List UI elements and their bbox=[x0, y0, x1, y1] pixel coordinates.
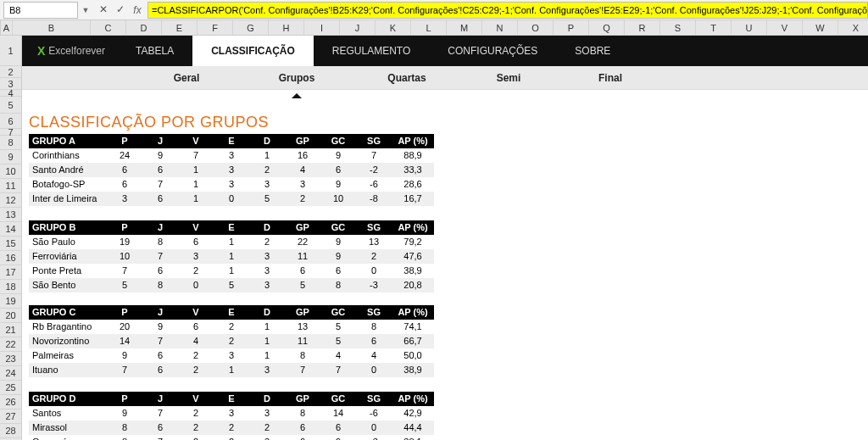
nav-tab[interactable]: TABELA bbox=[117, 36, 192, 66]
row-header[interactable]: 19 bbox=[0, 294, 21, 309]
row-header[interactable]: 14 bbox=[0, 222, 21, 237]
column-header[interactable]: J bbox=[340, 20, 376, 35]
row-header[interactable]: 1 bbox=[0, 36, 21, 66]
row-header[interactable]: 5 bbox=[0, 97, 21, 114]
row-header[interactable]: 27 bbox=[0, 409, 21, 424]
row-header[interactable]: 25 bbox=[0, 381, 21, 395]
stat-header: J bbox=[142, 392, 178, 406]
column-header[interactable]: G bbox=[233, 20, 269, 35]
table-row: Ferroviária107313119247,6 bbox=[29, 249, 434, 264]
row-header[interactable]: 4 bbox=[0, 90, 21, 97]
team-name: Novorizontino bbox=[29, 334, 107, 348]
fx-icon[interactable]: fx bbox=[129, 4, 146, 16]
row-header[interactable]: 18 bbox=[0, 280, 21, 294]
column-header[interactable]: V bbox=[767, 20, 803, 35]
accept-formula-icon[interactable]: ✓ bbox=[112, 2, 129, 19]
row-header[interactable]: 21 bbox=[0, 323, 21, 337]
column-header[interactable]: O bbox=[518, 20, 554, 35]
row-header[interactable]: 13 bbox=[0, 208, 21, 222]
sub-nav-item[interactable]: Semi bbox=[458, 66, 559, 90]
column-header[interactable]: D bbox=[126, 20, 162, 35]
nav-tab[interactable]: REGULAMENTO bbox=[314, 36, 429, 66]
row-header[interactable]: 9 bbox=[0, 150, 21, 164]
stat-cell: 4 bbox=[178, 334, 214, 348]
column-header[interactable]: L bbox=[411, 20, 447, 35]
column-header[interactable]: H bbox=[269, 20, 304, 35]
stat-cell: 88,9 bbox=[392, 148, 434, 163]
stat-cell: 1 bbox=[214, 249, 249, 264]
nav-tab[interactable]: CLASSIFICAÇÃO bbox=[192, 36, 314, 66]
stat-cell: 50,0 bbox=[392, 348, 434, 363]
row-header[interactable]: 7 bbox=[0, 129, 21, 136]
column-header[interactable]: P bbox=[554, 20, 589, 35]
stat-header: J bbox=[142, 305, 178, 320]
top-nav: X Excelforever TABELACLASSIFICAÇÃOREGULA… bbox=[22, 36, 868, 66]
row-header[interactable]: 2 bbox=[0, 66, 21, 78]
column-header[interactable]: C bbox=[91, 20, 126, 35]
row-header[interactable]: 20 bbox=[0, 309, 21, 323]
column-header[interactable]: W bbox=[803, 20, 838, 35]
stat-cell: 13 bbox=[356, 235, 392, 249]
sub-nav-item[interactable]: Quartas bbox=[356, 66, 458, 90]
name-box-dropdown-icon[interactable]: ▼ bbox=[78, 6, 93, 14]
column-header[interactable]: X bbox=[838, 20, 868, 35]
column-header[interactable]: A bbox=[1, 20, 13, 35]
row-header[interactable]: 26 bbox=[0, 395, 21, 409]
cancel-formula-icon[interactable]: ✕ bbox=[95, 2, 112, 19]
row-header[interactable]: 8 bbox=[0, 136, 21, 150]
worksheet[interactable]: X Excelforever TABELACLASSIFICAÇÃOREGULA… bbox=[22, 36, 868, 440]
nav-tab[interactable]: CONFIGURAÇÕES bbox=[429, 36, 556, 66]
column-header[interactable]: S bbox=[660, 20, 696, 35]
nav-tab[interactable]: SOBRE bbox=[556, 36, 629, 66]
stat-header: AP (%) bbox=[392, 305, 434, 320]
team-name: São Paulo bbox=[29, 235, 107, 249]
sub-nav-item[interactable]: Grupos bbox=[246, 66, 348, 90]
stat-header: SG bbox=[356, 220, 392, 235]
column-header[interactable]: R bbox=[625, 20, 660, 35]
stat-cell: 5 bbox=[320, 334, 356, 348]
stat-cell: 2 bbox=[178, 348, 214, 363]
stat-cell: 3 bbox=[249, 264, 285, 278]
row-header[interactable]: 24 bbox=[0, 366, 21, 381]
brand-icon: X bbox=[37, 44, 45, 58]
row-header[interactable]: 11 bbox=[0, 179, 21, 193]
group-name: GRUPO D bbox=[29, 392, 107, 406]
row-header[interactable]: 15 bbox=[0, 237, 21, 251]
stat-cell: 3 bbox=[285, 177, 320, 192]
column-header[interactable]: T bbox=[696, 20, 732, 35]
stat-cell: 1 bbox=[249, 320, 285, 334]
table-row: Ponte Preta7621366038,9 bbox=[29, 264, 434, 278]
row-header[interactable]: 16 bbox=[0, 251, 21, 265]
column-header[interactable]: N bbox=[482, 20, 518, 35]
group-header-row: GRUPO DPJVEDGPGCSGAP (%) bbox=[29, 392, 434, 406]
stat-cell: 2 bbox=[249, 235, 285, 249]
column-header[interactable]: M bbox=[447, 20, 482, 35]
stat-cell: 2 bbox=[356, 249, 392, 264]
stat-cell: 19 bbox=[107, 235, 142, 249]
column-header[interactable]: F bbox=[198, 20, 233, 35]
sub-nav-item[interactable]: Final bbox=[559, 66, 661, 90]
column-header[interactable]: U bbox=[732, 20, 767, 35]
column-header[interactable]: Q bbox=[589, 20, 625, 35]
column-header[interactable]: B bbox=[13, 20, 91, 35]
row-header[interactable]: 17 bbox=[0, 265, 21, 280]
group-table: GRUPO DPJVEDGPGCSGAP (%)Santos97233814-6… bbox=[29, 392, 434, 440]
row-header[interactable]: 10 bbox=[0, 164, 21, 179]
stat-cell: 9 bbox=[320, 177, 356, 192]
row-header[interactable]: 23 bbox=[0, 352, 21, 366]
column-header[interactable]: I bbox=[304, 20, 340, 35]
sub-nav-item[interactable]: Geral bbox=[136, 66, 237, 90]
column-header[interactable]: K bbox=[376, 20, 411, 35]
stat-header: V bbox=[178, 134, 214, 148]
formula-text: =CLASSIFICARPOR('Conf. Configurações'!B2… bbox=[152, 5, 868, 15]
stat-cell: 10 bbox=[320, 192, 356, 206]
formula-input[interactable]: =CLASSIFICARPOR('Conf. Configurações'!B2… bbox=[147, 2, 868, 19]
row-header[interactable]: 12 bbox=[0, 193, 21, 208]
stat-cell: 44,4 bbox=[392, 421, 434, 435]
stat-cell: 1 bbox=[214, 235, 249, 249]
row-header[interactable]: 28 bbox=[0, 424, 21, 438]
column-header[interactable]: E bbox=[162, 20, 198, 35]
page-title: CLASSIFICAÇÃO POR GRUPOS bbox=[29, 114, 269, 131]
name-box[interactable]: B8 bbox=[3, 2, 78, 19]
row-header[interactable]: 22 bbox=[0, 337, 21, 352]
